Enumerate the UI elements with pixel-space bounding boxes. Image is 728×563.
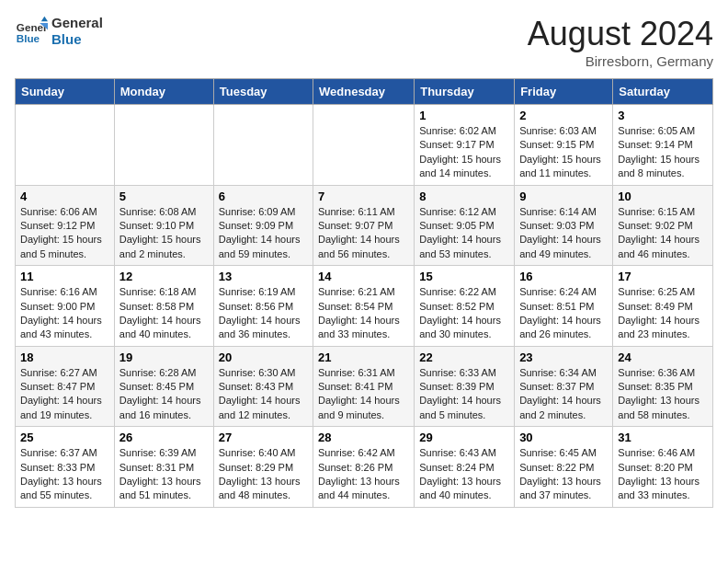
calendar-day-cell: 26Sunrise: 6:39 AMSunset: 8:31 PMDayligh… [114,427,213,508]
day-number: 5 [119,190,209,203]
day-info: Sunrise: 6:22 AMSunset: 8:52 PMDaylight:… [419,285,509,342]
day-number: 2 [519,109,608,122]
day-number: 17 [618,270,708,283]
calendar-day-cell: 2Sunrise: 6:03 AMSunset: 9:15 PMDaylight… [515,105,613,186]
day-info: Sunrise: 6:37 AMSunset: 8:33 PMDaylight:… [20,446,109,503]
svg-text:Blue: Blue [17,32,40,44]
weekday-header-cell: Monday [114,79,213,105]
day-info: Sunrise: 6:19 AMSunset: 8:56 PMDaylight:… [219,285,308,342]
calendar-day-cell: 20Sunrise: 6:30 AMSunset: 8:43 PMDayligh… [213,346,313,427]
day-info: Sunrise: 6:08 AMSunset: 9:10 PMDaylight:… [119,205,209,262]
calendar-day-cell: 10Sunrise: 6:15 AMSunset: 9:02 PMDayligh… [613,185,713,266]
calendar-week-row: 4Sunrise: 6:06 AMSunset: 9:12 PMDaylight… [16,185,713,266]
weekday-header-cell: Saturday [613,79,713,105]
day-number: 13 [219,270,308,283]
day-number: 6 [219,190,308,203]
weekday-header-cell: Thursday [415,79,515,105]
day-info: Sunrise: 6:05 AMSunset: 9:14 PMDaylight:… [618,124,708,181]
page-header: General Blue General Blue August 2024 Bi… [15,15,713,69]
calendar-day-cell: 11Sunrise: 6:16 AMSunset: 9:00 PMDayligh… [16,266,115,347]
logo-text-general: General [51,15,103,31]
logo-icon: General Blue [15,15,48,48]
day-info: Sunrise: 6:24 AMSunset: 8:51 PMDaylight:… [519,285,608,342]
day-info: Sunrise: 6:36 AMSunset: 8:35 PMDaylight:… [618,366,708,423]
calendar-day-cell: 9Sunrise: 6:14 AMSunset: 9:03 PMDaylight… [515,185,613,266]
calendar-body: 1Sunrise: 6:02 AMSunset: 9:17 PMDaylight… [16,105,713,508]
day-info: Sunrise: 6:46 AMSunset: 8:20 PMDaylight:… [618,446,708,503]
day-number: 29 [419,431,509,444]
calendar-day-cell [114,105,213,186]
calendar-day-cell: 27Sunrise: 6:40 AMSunset: 8:29 PMDayligh… [213,427,313,508]
day-number: 4 [20,190,109,203]
day-number: 25 [20,431,109,444]
day-number: 8 [419,190,509,203]
logo-text-blue: Blue [51,31,103,48]
day-info: Sunrise: 6:45 AMSunset: 8:22 PMDaylight:… [519,446,608,503]
calendar-table: SundayMondayTuesdayWednesdayThursdayFrid… [15,78,713,508]
calendar-day-cell [313,105,415,186]
day-number: 3 [618,109,708,122]
day-number: 16 [519,270,608,283]
calendar-day-cell: 13Sunrise: 6:19 AMSunset: 8:56 PMDayligh… [213,266,313,347]
calendar-day-cell [213,105,313,186]
weekday-header-row: SundayMondayTuesdayWednesdayThursdayFrid… [16,79,713,105]
day-info: Sunrise: 6:39 AMSunset: 8:31 PMDaylight:… [119,446,209,503]
day-info: Sunrise: 6:16 AMSunset: 9:00 PMDaylight:… [20,285,109,342]
weekday-header-cell: Friday [515,79,613,105]
calendar-day-cell: 12Sunrise: 6:18 AMSunset: 8:58 PMDayligh… [114,266,213,347]
calendar-day-cell: 31Sunrise: 6:46 AMSunset: 8:20 PMDayligh… [613,427,713,508]
calendar-day-cell: 17Sunrise: 6:25 AMSunset: 8:49 PMDayligh… [613,266,713,347]
day-info: Sunrise: 6:09 AMSunset: 9:09 PMDaylight:… [219,205,308,262]
day-number: 7 [318,190,409,203]
day-number: 12 [119,270,209,283]
day-info: Sunrise: 6:33 AMSunset: 8:39 PMDaylight:… [419,366,509,423]
day-info: Sunrise: 6:27 AMSunset: 8:47 PMDaylight:… [20,366,109,423]
day-info: Sunrise: 6:03 AMSunset: 9:15 PMDaylight:… [519,124,608,181]
day-info: Sunrise: 6:34 AMSunset: 8:37 PMDaylight:… [519,366,608,423]
calendar-day-cell: 4Sunrise: 6:06 AMSunset: 9:12 PMDaylight… [16,185,115,266]
calendar-day-cell: 16Sunrise: 6:24 AMSunset: 8:51 PMDayligh… [515,266,613,347]
day-number: 26 [119,431,209,444]
calendar-day-cell: 15Sunrise: 6:22 AMSunset: 8:52 PMDayligh… [415,266,515,347]
calendar-week-row: 11Sunrise: 6:16 AMSunset: 9:00 PMDayligh… [16,266,713,347]
day-info: Sunrise: 6:12 AMSunset: 9:05 PMDaylight:… [419,205,509,262]
day-info: Sunrise: 6:18 AMSunset: 8:58 PMDaylight:… [119,285,209,342]
calendar-day-cell: 5Sunrise: 6:08 AMSunset: 9:10 PMDaylight… [114,185,213,266]
day-info: Sunrise: 6:25 AMSunset: 8:49 PMDaylight:… [618,285,708,342]
calendar-day-cell: 8Sunrise: 6:12 AMSunset: 9:05 PMDaylight… [415,185,515,266]
day-number: 21 [318,350,409,364]
day-number: 30 [519,431,608,444]
day-info: Sunrise: 6:21 AMSunset: 8:54 PMDaylight:… [318,285,409,342]
calendar-day-cell: 23Sunrise: 6:34 AMSunset: 8:37 PMDayligh… [515,346,613,427]
day-number: 24 [618,350,708,364]
day-info: Sunrise: 6:40 AMSunset: 8:29 PMDaylight:… [219,446,308,503]
calendar-day-cell: 21Sunrise: 6:31 AMSunset: 8:41 PMDayligh… [313,346,415,427]
day-number: 1 [419,109,509,122]
day-info: Sunrise: 6:42 AMSunset: 8:26 PMDaylight:… [318,446,409,503]
calendar-day-cell [16,105,115,186]
calendar-day-cell: 7Sunrise: 6:11 AMSunset: 9:07 PMDaylight… [313,185,415,266]
day-number: 20 [219,350,308,364]
calendar-day-cell: 19Sunrise: 6:28 AMSunset: 8:45 PMDayligh… [114,346,213,427]
day-number: 18 [20,350,109,364]
day-number: 22 [419,350,509,364]
day-number: 15 [419,270,509,283]
calendar-day-cell: 24Sunrise: 6:36 AMSunset: 8:35 PMDayligh… [613,346,713,427]
day-number: 9 [519,190,608,203]
day-info: Sunrise: 6:28 AMSunset: 8:45 PMDaylight:… [119,366,209,423]
day-number: 10 [618,190,708,203]
calendar-day-cell: 28Sunrise: 6:42 AMSunset: 8:26 PMDayligh… [313,427,415,508]
weekday-header-cell: Sunday [16,79,115,105]
day-info: Sunrise: 6:31 AMSunset: 8:41 PMDaylight:… [318,366,409,423]
day-info: Sunrise: 6:06 AMSunset: 9:12 PMDaylight:… [20,205,109,262]
day-number: 31 [618,431,708,444]
calendar-day-cell: 25Sunrise: 6:37 AMSunset: 8:33 PMDayligh… [16,427,115,508]
day-info: Sunrise: 6:14 AMSunset: 9:03 PMDaylight:… [519,205,608,262]
calendar-day-cell: 14Sunrise: 6:21 AMSunset: 8:54 PMDayligh… [313,266,415,347]
calendar-week-row: 25Sunrise: 6:37 AMSunset: 8:33 PMDayligh… [16,427,713,508]
calendar-subtitle: Birresborn, Germany [528,53,713,69]
day-number: 28 [318,431,409,444]
day-number: 14 [318,270,409,283]
calendar-day-cell: 29Sunrise: 6:43 AMSunset: 8:24 PMDayligh… [415,427,515,508]
svg-marker-2 [41,17,48,21]
